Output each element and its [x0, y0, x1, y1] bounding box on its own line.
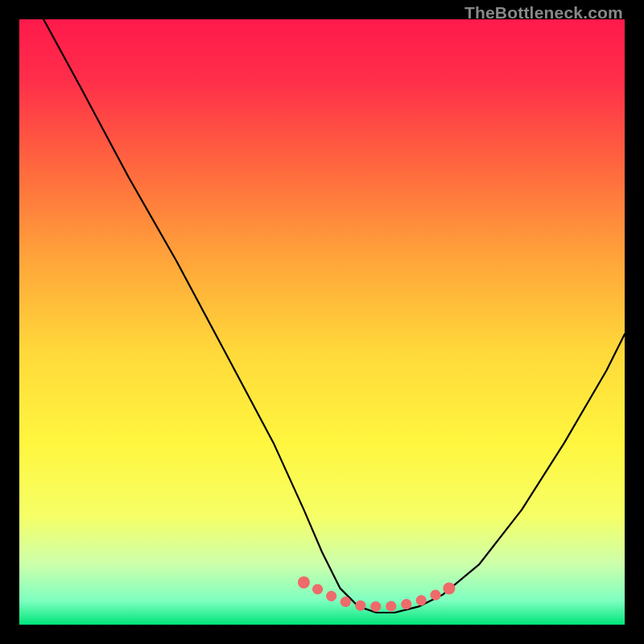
chart-frame: [19, 19, 625, 625]
bottleneck-chart: [19, 19, 625, 625]
watermark-text: TheBottleneck.com: [464, 3, 623, 23]
svg-point-1: [443, 582, 455, 594]
svg-point-0: [298, 576, 310, 588]
gradient-background: [19, 19, 625, 625]
